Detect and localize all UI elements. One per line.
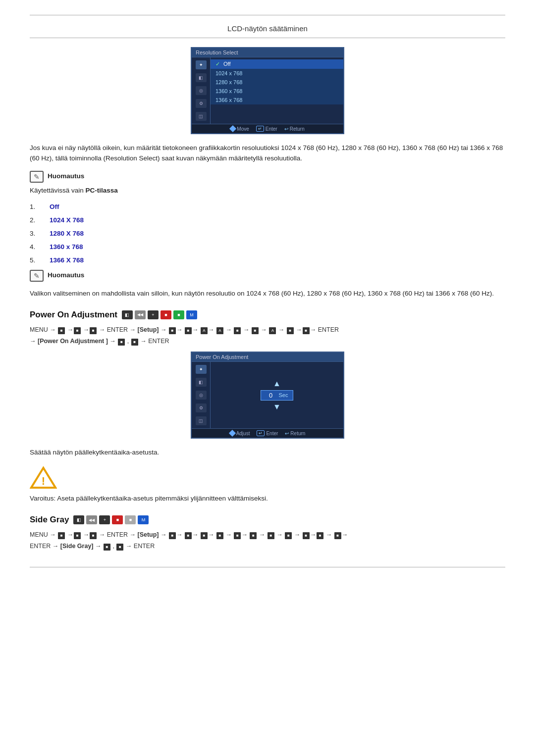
side-gray-menu-nav: MENU → ■ →■ →■ → ENTER → [Setup] → ■→ ■→… — [30, 530, 505, 552]
list-item-1: 1. Off — [30, 203, 505, 210]
side-gray-icon-2: ◀◀ — [86, 515, 97, 524]
list-num-1: 1. — [30, 203, 50, 210]
side-gray-nav-line2: ENTER → [Side Gray] → ■ , ■ → ENTER — [30, 541, 505, 552]
sg-sq8: ■ — [234, 532, 241, 539]
sg-sq4: ■ — [169, 532, 176, 539]
icon-btn-5: ■ — [173, 310, 184, 319]
list-val-5: 1366 X 768 — [50, 256, 84, 264]
warning-triangle-svg: ! — [30, 466, 57, 490]
power-up-arrow: ▲ — [273, 379, 281, 388]
osd-title-bar: Resolution Select — [192, 48, 343, 57]
power-osd-sidebar: ✦ ◧ ◎ ⚙ ◫ — [192, 362, 211, 428]
return-icon: ↩ — [284, 126, 288, 132]
nav-sq11: ■ — [131, 339, 138, 346]
list-item-4: 4. 1360 x 768 — [30, 243, 505, 251]
list-val-1: Off — [50, 203, 59, 210]
power-on-heading-text: Power On Adjustment — [30, 310, 117, 320]
svg-text:!: ! — [42, 475, 45, 487]
nav-sq10: ■ — [118, 339, 125, 346]
osd-box: Resolution Select ✦ ◧ ◎ ⚙ ◫ ✓ Off 1024 x… — [191, 47, 344, 134]
list-val-3: 1280 X 768 — [50, 230, 84, 237]
sg-sq2: ■ — [74, 532, 81, 539]
adjust-icon — [229, 430, 236, 437]
sg-sq11: ■ — [285, 532, 292, 539]
power-sec-label: Sec — [279, 392, 288, 398]
enter-icon: ↵ — [256, 126, 264, 132]
icon-btn-3: + — [148, 310, 159, 319]
nav-a1: A — [201, 327, 208, 334]
list-num-3: 3. — [30, 230, 50, 237]
note-box-1: Huomautus — [30, 171, 505, 183]
side-gray-icons: ◧ ◀◀ + ■ ■ M — [73, 515, 149, 524]
nav-sq1: ■ — [58, 327, 65, 334]
sg-sq16: ■ — [116, 544, 123, 551]
osd-item-1024: 1024 x 768 — [211, 69, 343, 78]
power-osd-footer: Adjust ↵ Enter ↩ Return — [192, 428, 343, 438]
osd-footer-move: Move — [230, 126, 249, 132]
power-on-nav-line2: → [Power On Adjustment ] → ■ , ■ → ENTER — [30, 336, 505, 347]
power-enter-icon: ↵ — [257, 430, 265, 436]
osd-icon-5: ◫ — [196, 112, 207, 121]
power-down-arrow: ▼ — [273, 403, 281, 411]
list-val-4: 1360 x 768 — [50, 243, 83, 251]
note-icon-2 — [30, 270, 44, 282]
osd-icon-4: ⚙ — [196, 99, 207, 108]
sg-sq9: ■ — [250, 532, 257, 539]
side-gray-heading: Side Gray ◧ ◀◀ + ■ ■ M — [30, 515, 505, 525]
pc-mode-text: PC-tilassa — [86, 187, 118, 194]
sg-sq5: ■ — [185, 532, 192, 539]
power-osd-icon-2: ◧ — [196, 378, 207, 387]
power-return-icon: ↩ — [285, 431, 289, 436]
power-osd-icon-3: ◎ — [196, 391, 207, 400]
osd-item-off: ✓ Off — [211, 59, 343, 69]
nav-sq6: ■ — [234, 327, 241, 334]
body-text-1: Jos kuva ei näy näytöllä oikein, kun mää… — [30, 143, 505, 164]
osd-footer: Move ↵ Enter ↩ Return — [192, 124, 343, 133]
list-num-2: 2. — [30, 216, 50, 224]
note-box-2: Huomautus — [30, 270, 505, 282]
power-on-menu-nav: MENU → ■ →■ →■ → ENTER → [Setup] → ■→ ■→… — [30, 325, 505, 347]
list-num-4: 4. — [30, 243, 50, 251]
sg-sq14: ■ — [334, 532, 341, 539]
sg-sq3: ■ — [90, 532, 97, 539]
osd-main: ✓ Off 1024 x 768 1280 x 768 1360 x 768 1… — [211, 57, 343, 124]
power-value: 0 — [266, 392, 276, 399]
side-gray-icon-4: ■ — [112, 515, 123, 524]
side-gray-icon-5: ■ — [125, 515, 136, 524]
nav-sq4: ■ — [169, 327, 176, 334]
page-title: LCD-näytön säätäminen — [30, 24, 505, 33]
power-on-heading: Power On Adjustment ◧ ◀◀ + ■ ■ M — [30, 310, 505, 320]
sg-sq13: ■ — [317, 532, 323, 539]
nav-sq2: ■ — [74, 327, 81, 334]
side-gray-icon-3: + — [99, 515, 110, 524]
warning-container: ! Varoitus: Aseta päällekytkentäaika-ase… — [30, 466, 505, 504]
sg-sq1: ■ — [58, 532, 65, 539]
list-item-5: 5. 1366 X 768 — [30, 256, 505, 264]
sg-sq7: ■ — [216, 532, 223, 539]
list-item-3: 3. 1280 X 768 — [30, 230, 505, 237]
power-osd-icon-1: ✦ — [196, 365, 207, 374]
top-rule — [30, 15, 505, 15]
osd-footer-enter: ↵ Enter — [256, 126, 277, 132]
osd-sidebar: ✦ ◧ ◎ ⚙ ◫ — [192, 57, 211, 124]
power-footer-adjust: Adjust — [230, 430, 250, 436]
nav-sq9: ■ — [303, 327, 310, 334]
power-on-screenshot: Power On Adjustment ✦ ◧ ◎ ⚙ ◫ ▲ 0 Sec ▼ — [30, 352, 505, 439]
sg-sq15: ■ — [104, 544, 110, 551]
nav-sq7: ■ — [252, 327, 259, 334]
icon-btn-4: ■ — [160, 310, 171, 319]
power-value-row: 0 Sec — [261, 390, 294, 401]
resolution-select-screenshot: Resolution Select ✦ ◧ ◎ ⚙ ◫ ✓ Off 1024 x… — [30, 47, 505, 134]
side-gray-nav-line1: MENU → ■ →■ →■ → ENTER → [Setup] → ■→ ■→… — [30, 530, 505, 540]
nav-a2: A — [216, 327, 223, 334]
list-item-2: 2. 1024 X 768 — [30, 216, 505, 224]
osd-icon-1: ✦ — [196, 60, 207, 69]
note-icon-1 — [30, 171, 44, 183]
note1-sub-text: Käytettävissä vain PC-tilassa — [30, 186, 505, 196]
title-rule — [30, 38, 505, 38]
power-osd-box: Power On Adjustment ✦ ◧ ◎ ⚙ ◫ ▲ 0 Sec ▼ — [191, 352, 344, 439]
list-val-2: 1024 X 768 — [50, 216, 84, 224]
power-on-icons: ◧ ◀◀ + ■ ■ M — [121, 310, 198, 319]
power-osd-title: Power On Adjustment — [192, 353, 343, 362]
warning-text: Varoitus: Aseta päällekytkentäaika-asetu… — [30, 494, 505, 504]
